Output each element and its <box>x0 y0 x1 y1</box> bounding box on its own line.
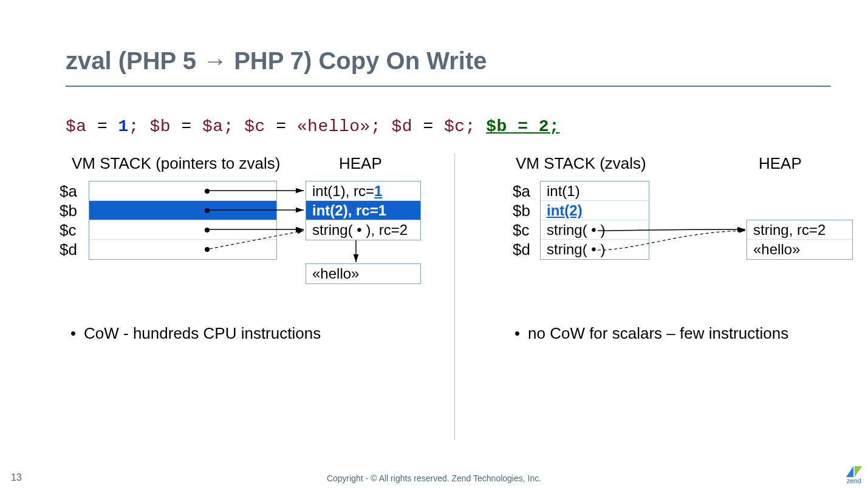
heap-row: string, rc=2 <box>747 220 852 240</box>
var-label: $c <box>60 220 77 240</box>
slide-title: zval (PHP 5 → PHP 7) Copy On Write <box>66 47 830 75</box>
php5-heap-header: HEAP <box>339 154 382 173</box>
stack-row-highlight: int(2) <box>541 201 649 220</box>
svg-marker-5 <box>846 466 853 477</box>
stack-value: int(2) <box>547 202 583 219</box>
stack-row: string( • ) <box>541 240 649 259</box>
stack-row <box>89 240 276 259</box>
var-label: $d <box>513 240 530 259</box>
heap-text: int(1), rc= <box>312 183 374 199</box>
heap-row: int(1), rc=1 <box>306 181 420 201</box>
php5-stack-header: VM STACK (pointers to zvals) <box>72 154 280 173</box>
title-rule <box>66 86 831 87</box>
php7-bullet: no CoW for scalars – few instructions <box>528 324 788 343</box>
svg-marker-6 <box>855 466 862 477</box>
php7-stack-header: VM STACK (zvals) <box>516 154 646 173</box>
php5-hello-box: «hello» <box>306 263 421 284</box>
stack-row <box>89 181 276 201</box>
stack-row-highlight <box>89 201 276 220</box>
php7-column: VM STACK (zvals) HEAP $a $b $c $d int(1)… <box>479 154 830 446</box>
slide: zval (PHP 5 → PHP 7) Copy On Write $a = … <box>0 0 868 488</box>
column-divider <box>454 154 455 439</box>
heap-row: string( • ), rc=2 <box>306 220 420 240</box>
var-label: $d <box>60 240 77 259</box>
zend-logo: zend <box>846 466 862 484</box>
stack-row: int(1) <box>541 181 649 201</box>
pointer-dot <box>205 208 210 213</box>
php7-heap-box: string, rc=2 «hello» <box>747 220 853 260</box>
stack-row <box>89 220 276 240</box>
pointer-dot <box>205 247 210 252</box>
logo-text: zend <box>847 477 861 484</box>
heap-row-highlight: int(2), rc=1 <box>306 201 420 220</box>
var-label: $a <box>60 181 77 201</box>
stack-row: string( • ) <box>541 220 649 240</box>
pointer-dot <box>205 189 210 194</box>
php5-heap-box: int(1), rc=1 int(2), rc=1 string( • ), r… <box>306 181 421 240</box>
php5-stack-box <box>89 181 277 260</box>
hello-cell: «hello» <box>306 264 420 283</box>
php5-var-labels: $a $b $c $d <box>60 181 77 259</box>
two-columns: VM STACK (pointers to zvals) HEAP $a $b … <box>66 154 830 446</box>
var-label: $c <box>513 220 530 240</box>
var-label: $b <box>513 201 530 220</box>
pointer-dot <box>205 228 210 232</box>
var-label: $b <box>60 201 77 220</box>
var-label: $a <box>513 181 530 201</box>
heap-rc: 1 <box>374 183 382 199</box>
php7-heap-header: HEAP <box>759 154 802 173</box>
footer-copyright: Copyright - © All rights reserved. Zend … <box>0 473 868 483</box>
php7-var-labels: $a $b $c $d <box>513 181 530 259</box>
heap-row: «hello» <box>747 240 852 259</box>
code-example: $a = 1; $b = $a; $c = «hello»; $d = $c; … <box>66 117 830 136</box>
php5-column: VM STACK (pointers to zvals) HEAP $a $b … <box>66 154 454 446</box>
php5-bullet: CoW - hundreds CPU instructions <box>84 324 321 343</box>
php7-stack-box: int(1) int(2) string( • ) string( • ) <box>540 181 649 260</box>
